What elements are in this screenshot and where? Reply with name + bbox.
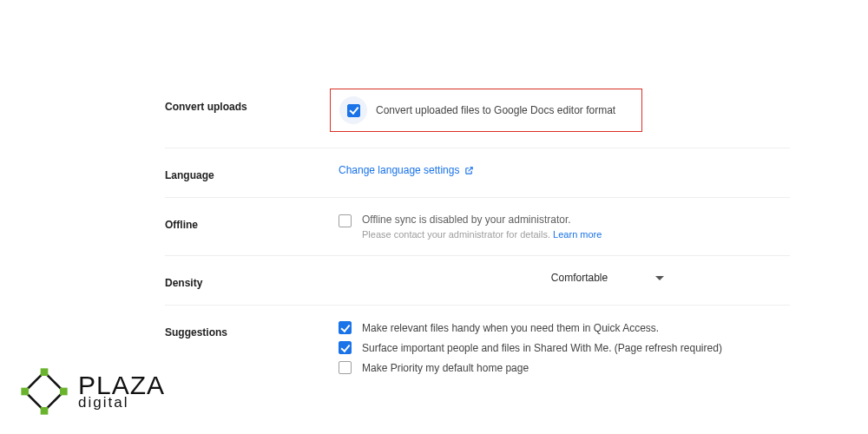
checkbox-convert-uploads[interactable]	[347, 104, 360, 117]
label-language: Language	[165, 164, 339, 181]
svg-rect-6	[41, 407, 49, 415]
logo-text: PLAZA digital	[78, 374, 165, 409]
row-convert-uploads: Convert uploads Convert uploaded files t…	[165, 78, 790, 148]
content-density: Comfortable	[339, 272, 790, 284]
text-suggestion-1: Surface important people and files in Sh…	[362, 342, 722, 354]
link-learn-more[interactable]: Learn more	[553, 229, 602, 240]
svg-rect-5	[60, 388, 68, 396]
suggestion-item-0: Make relevant files handy when you need …	[339, 321, 790, 334]
logo-icon	[17, 365, 71, 418]
label-convert-uploads: Convert uploads	[165, 95, 339, 113]
row-offline: Offline Offline sync is disabled by your…	[165, 197, 790, 255]
svg-rect-7	[21, 388, 29, 396]
density-select[interactable]: Comfortable	[339, 272, 790, 284]
brand-logo: PLAZA digital	[17, 365, 165, 418]
row-density: Density Comfortable	[165, 255, 790, 305]
suggestion-item-1: Surface important people and files in Sh…	[339, 341, 790, 354]
text-suggestion-0: Make relevant files handy when you need …	[362, 322, 659, 334]
label-suggestions: Suggestions	[165, 321, 339, 339]
open-in-new-icon	[464, 166, 474, 175]
checkbox-halo	[339, 96, 367, 124]
label-offline: Offline	[165, 214, 339, 231]
settings-list: Convert uploads Convert uploaded files t…	[165, 78, 790, 390]
checkbox-suggestion-1[interactable]	[339, 341, 352, 354]
logo-text-line1: PLAZA	[78, 374, 165, 397]
content-suggestions: Make relevant files handy when you need …	[339, 321, 790, 374]
row-language: Language Change language settings	[165, 148, 790, 197]
density-value: Comfortable	[464, 272, 608, 284]
checkbox-suggestion-2[interactable]	[339, 361, 352, 374]
link-change-language-text: Change language settings	[339, 164, 459, 176]
subtext-offline: Please contact your administrator for de…	[362, 229, 602, 240]
row-suggestions: Suggestions Make relevant files handy wh…	[165, 305, 790, 390]
svg-rect-4	[41, 368, 49, 376]
suggestion-item-2: Make Priority my default home page	[339, 361, 790, 374]
checkbox-suggestion-0[interactable]	[339, 321, 352, 334]
content-language: Change language settings	[339, 164, 790, 176]
label-density: Density	[165, 272, 339, 289]
offline-text-block: Offline sync is disabled by your adminis…	[362, 214, 602, 240]
link-change-language[interactable]: Change language settings	[339, 164, 474, 176]
text-suggestion-2: Make Priority my default home page	[362, 362, 529, 374]
content-convert-uploads: Convert uploaded files to Google Docs ed…	[339, 95, 790, 132]
content-offline: Offline sync is disabled by your adminis…	[339, 214, 790, 240]
settings-page: Convert uploads Convert uploaded files t…	[0, 0, 868, 434]
checkbox-offline[interactable]	[339, 214, 352, 227]
chevron-down-icon	[655, 276, 664, 280]
text-convert-option: Convert uploaded files to Google Docs ed…	[376, 104, 615, 116]
highlight-convert-option: Convert uploaded files to Google Docs ed…	[330, 89, 642, 132]
text-offline: Offline sync is disabled by your adminis…	[362, 214, 571, 226]
